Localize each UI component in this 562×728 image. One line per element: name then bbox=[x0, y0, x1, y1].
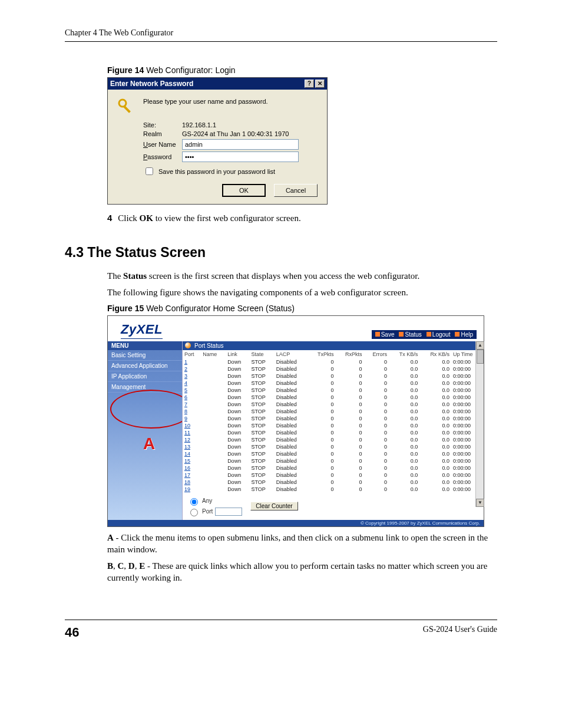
save-link[interactable]: Save bbox=[373, 331, 396, 338]
table-cell: Disabled bbox=[275, 387, 308, 394]
port-link[interactable]: 16 bbox=[184, 465, 190, 471]
vertical-scrollbar[interactable]: ▲ ▼ bbox=[475, 341, 484, 507]
table-cell: 0 bbox=[336, 422, 364, 429]
table-cell bbox=[201, 479, 226, 486]
close-icon[interactable]: ✕ bbox=[315, 80, 325, 88]
table-cell: Down bbox=[226, 387, 249, 394]
table-cell: Down bbox=[226, 394, 249, 401]
port-link[interactable]: 18 bbox=[184, 479, 190, 485]
table-cell: 0 bbox=[336, 436, 364, 443]
port-radio[interactable] bbox=[190, 509, 198, 516]
table-cell: Disabled bbox=[275, 415, 308, 422]
table-cell: 0.0 bbox=[389, 436, 419, 443]
table-row: 1DownSTOPDisabled0000.00.00:00:00 bbox=[183, 358, 484, 365]
table-cell bbox=[201, 450, 226, 457]
page-footer: 46 GS-2024 User's Guide bbox=[65, 620, 497, 640]
port-link[interactable]: 11 bbox=[184, 430, 190, 436]
table-cell: 0 bbox=[364, 465, 389, 472]
table-cell: Down bbox=[226, 479, 249, 486]
column-header: RxPkts bbox=[336, 350, 364, 358]
help-icon[interactable]: ? bbox=[305, 80, 314, 88]
table-footer-controls: Any Port Clear Counter bbox=[183, 493, 484, 520]
port-link[interactable]: 1 bbox=[184, 359, 187, 365]
table-row: 3DownSTOPDisabled0000.00.00:00:00 bbox=[183, 373, 484, 380]
menu-management[interactable]: Management bbox=[108, 382, 182, 393]
table-cell bbox=[201, 457, 226, 465]
port-link[interactable]: 2 bbox=[184, 366, 187, 372]
cancel-button[interactable]: Cancel bbox=[274, 184, 318, 197]
clear-counter-button[interactable]: Clear Counter bbox=[250, 502, 297, 510]
table-cell: 0 bbox=[364, 486, 389, 493]
running-header: Chapter 4 The Web Configurator bbox=[65, 28, 497, 42]
port-status-table: PortNameLinkStateLACPTxPktsRxPktsErrorsT… bbox=[183, 350, 484, 493]
table-cell: Disabled bbox=[275, 429, 308, 436]
table-cell: 0 bbox=[336, 457, 364, 465]
fig15-cap-text: Web Configurator Home Screen (Status) bbox=[144, 304, 295, 313]
table-cell: 0 bbox=[364, 479, 389, 486]
password-input[interactable] bbox=[182, 151, 299, 162]
table-cell: 0.0 bbox=[419, 472, 451, 479]
table-cell: Disabled bbox=[275, 443, 308, 450]
port-link[interactable]: 5 bbox=[184, 387, 187, 393]
help-link[interactable]: Help bbox=[453, 331, 475, 338]
table-row: 15DownSTOPDisabled0000.00.00:00:00 bbox=[183, 457, 484, 465]
menu-advanced-application[interactable]: Advanced Application bbox=[108, 361, 182, 371]
table-cell: 0.0 bbox=[389, 415, 419, 422]
port-link[interactable]: 14 bbox=[184, 451, 190, 457]
save-password-label: Save this password in your password list bbox=[158, 168, 275, 175]
port-link[interactable]: 7 bbox=[184, 401, 187, 407]
menu-basic-setting[interactable]: Basic Setting bbox=[108, 350, 182, 361]
table-row: 13DownSTOPDisabled0000.00.00:00:00 bbox=[183, 443, 484, 450]
port-link[interactable]: 13 bbox=[184, 444, 190, 450]
ok-button[interactable]: OK bbox=[222, 184, 266, 197]
table-cell: STOP bbox=[250, 365, 275, 373]
table-cell: 0.0 bbox=[389, 365, 419, 373]
port-link[interactable]: 9 bbox=[184, 416, 187, 421]
table-cell: 0 bbox=[336, 479, 364, 486]
save-password-checkbox[interactable] bbox=[146, 167, 153, 175]
table-row: 10DownSTOPDisabled0000.00.00:00:00 bbox=[183, 422, 484, 429]
port-link[interactable]: 15 bbox=[184, 458, 190, 464]
table-cell: Disabled bbox=[275, 401, 308, 408]
table-cell bbox=[201, 486, 226, 493]
port-link[interactable]: 3 bbox=[184, 373, 187, 379]
panel-dot-icon bbox=[185, 342, 191, 348]
table-cell: 0.0 bbox=[389, 457, 419, 465]
figure14-caption: Figure 14 Web Configurator: Login bbox=[107, 65, 497, 75]
table-row: 7DownSTOPDisabled0000.00.00:00:00 bbox=[183, 401, 484, 408]
port-link[interactable]: 6 bbox=[184, 394, 187, 400]
port-link[interactable]: 12 bbox=[184, 437, 190, 443]
table-cell: STOP bbox=[250, 394, 275, 401]
table-cell: 0 bbox=[364, 401, 389, 408]
table-cell: Down bbox=[226, 358, 249, 365]
port-link[interactable]: 10 bbox=[184, 423, 190, 429]
table-cell: 0 bbox=[308, 443, 336, 450]
scroll-down-icon[interactable]: ▼ bbox=[476, 499, 484, 507]
table-cell: STOP bbox=[250, 401, 275, 408]
table-cell: 0 bbox=[336, 429, 364, 436]
table-cell: 0 bbox=[336, 472, 364, 479]
table-cell: STOP bbox=[250, 457, 275, 465]
table-cell: Disabled bbox=[275, 465, 308, 472]
column-header: Rx KB/s bbox=[419, 350, 451, 358]
any-radio[interactable] bbox=[190, 498, 198, 506]
port-number-input[interactable] bbox=[215, 508, 242, 516]
port-link[interactable]: 8 bbox=[184, 409, 187, 414]
port-link[interactable]: 17 bbox=[184, 472, 190, 478]
scroll-thumb[interactable] bbox=[477, 350, 484, 364]
table-cell: 0.0 bbox=[419, 429, 451, 436]
port-link[interactable]: 19 bbox=[184, 486, 190, 492]
column-header: Port bbox=[183, 350, 201, 358]
table-cell: STOP bbox=[250, 479, 275, 486]
status-link[interactable]: Status bbox=[397, 331, 423, 338]
table-cell: 0.0 bbox=[419, 457, 451, 465]
username-input[interactable] bbox=[182, 139, 299, 150]
menu-ip-application[interactable]: IP Application bbox=[108, 371, 182, 382]
scroll-up-icon[interactable]: ▲ bbox=[476, 341, 484, 350]
port-link[interactable]: 4 bbox=[184, 380, 187, 386]
table-cell: STOP bbox=[250, 443, 275, 450]
table-cell: 0.0 bbox=[389, 450, 419, 457]
logout-link[interactable]: Logout bbox=[425, 331, 452, 338]
table-cell: 0 bbox=[336, 415, 364, 422]
status-screen: ZyXEL Save Status Logout Help MENU Basic… bbox=[107, 315, 484, 527]
